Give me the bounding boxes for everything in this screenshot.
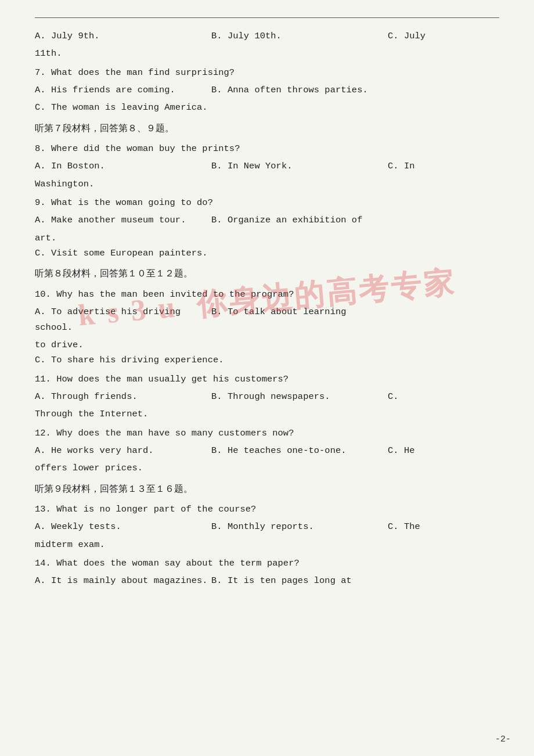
q12-option-c-cont: offers lower prices.	[35, 460, 499, 476]
q9-options-row: A. Make another museum tour. B. Organize…	[35, 213, 499, 228]
section-header-10-12: 听第８段材料，回答第１０至１２题。	[35, 267, 499, 282]
section-header-13-16: 听第９段材料，回答第１３至１６题。	[35, 482, 499, 497]
q11-text: 11. How does the man usually get his cus…	[35, 372, 499, 387]
q10-block: 10. Why has the man been invited to the …	[35, 287, 499, 368]
q11-option-c-cont: Through the Internet.	[35, 406, 499, 422]
q10-option-b: B. To talk about learning	[211, 304, 388, 335]
q6-option-a: A. July 9th.	[35, 28, 211, 44]
q14-options-row: A. It is mainly about magazines. B. It i…	[35, 573, 499, 588]
q6-options-row: A. July 9th. B. July 10th. C. July	[35, 28, 499, 44]
q9-option-b: B. Organize an exhibition of	[211, 213, 388, 228]
q14-block: 14. What does the woman say about the te…	[35, 556, 499, 589]
q13-options-row: A. Weekly tests. B. Monthly reports. C. …	[35, 519, 499, 534]
q6-options-block: A. July 9th. B. July 10th. C. July 11th.	[35, 28, 499, 62]
q11-option-a: A. Through friends.	[35, 389, 211, 404]
q8-option-c: C. In	[388, 159, 499, 174]
q10-option-b-cont: to drive.	[35, 337, 499, 352]
q7-block: 7. What does the man find surprising? A.…	[35, 65, 499, 116]
q11-option-b: B. Through newspapers.	[211, 389, 388, 404]
q12-options-row: A. He works very hard. B. He teaches one…	[35, 443, 499, 458]
q11-options-row: A. Through friends. B. Through newspaper…	[35, 389, 499, 404]
q10-option-c: C. To share his driving experience.	[35, 352, 499, 368]
q6-option-c-cont: 11th.	[35, 46, 499, 61]
q7-text: 7. What does the man find surprising?	[35, 65, 499, 80]
q11-option-c: C.	[388, 389, 499, 404]
q13-option-b: B. Monthly reports.	[211, 519, 388, 534]
q13-option-c-cont: midterm exam.	[35, 537, 499, 552]
q14-option-b: B. It is ten pages long at	[211, 573, 388, 588]
page-number: -2-	[495, 735, 511, 744]
page-container: A. July 9th. B. July 10th. C. July 11th.…	[0, 0, 534, 756]
q9-option-b-cont: art.	[35, 231, 499, 246]
q13-text: 13. What is no longer part of the course…	[35, 502, 499, 517]
q8-option-c-cont: Washington.	[35, 177, 499, 192]
q13-block: 13. What is no longer part of the course…	[35, 502, 499, 552]
q9-block: 9. What is the woman going to do? A. Mak…	[35, 195, 499, 261]
q12-text: 12. Why does the man have so many custom…	[35, 426, 499, 441]
q6-option-c: C. July	[388, 28, 499, 44]
q8-option-b: B. In New York.	[211, 159, 388, 174]
q10-option-a: A. To advertise his driving school.	[35, 304, 211, 335]
top-divider	[35, 17, 499, 18]
q12-option-c: C. He	[388, 443, 499, 458]
q7-option-c: C. The woman is leaving America.	[35, 100, 499, 115]
q9-option-c: C. Visit some European painters.	[35, 246, 499, 261]
q14-option-a: A. It is mainly about magazines.	[35, 573, 211, 588]
q13-option-a: A. Weekly tests.	[35, 519, 211, 534]
q12-option-a: A. He works very hard.	[35, 443, 211, 458]
q9-option-a: A. Make another museum tour.	[35, 213, 211, 228]
content: A. July 9th. B. July 10th. C. July 11th.…	[35, 28, 499, 589]
q14-text: 14. What does the woman say about the te…	[35, 556, 499, 571]
q7-options-row: A. His friends are coming. B. Anna often…	[35, 82, 499, 98]
q12-option-b: B. He teaches one-to-one.	[211, 443, 388, 458]
q10-options-row: A. To advertise his driving school. B. T…	[35, 304, 499, 335]
q10-text: 10. Why has the man been invited to the …	[35, 287, 499, 302]
q8-block: 8. Where did the woman buy the prints? A…	[35, 141, 499, 192]
q12-block: 12. Why does the man have so many custom…	[35, 426, 499, 476]
q8-options-row: A. In Boston. B. In New York. C. In	[35, 159, 499, 174]
q11-block: 11. How does the man usually get his cus…	[35, 372, 499, 422]
q8-option-a: A. In Boston.	[35, 159, 211, 174]
q9-text: 9. What is the woman going to do?	[35, 195, 499, 210]
q8-text: 8. Where did the woman buy the prints?	[35, 141, 499, 156]
q7-option-a: A. His friends are coming.	[35, 82, 211, 98]
q13-option-c: C. The	[388, 519, 499, 534]
section-header-8-9: 听第７段材料，回答第８、９题。	[35, 121, 499, 136]
q6-option-b: B. July 10th.	[211, 28, 388, 44]
q7-option-b: B. Anna often throws parties.	[211, 82, 388, 98]
